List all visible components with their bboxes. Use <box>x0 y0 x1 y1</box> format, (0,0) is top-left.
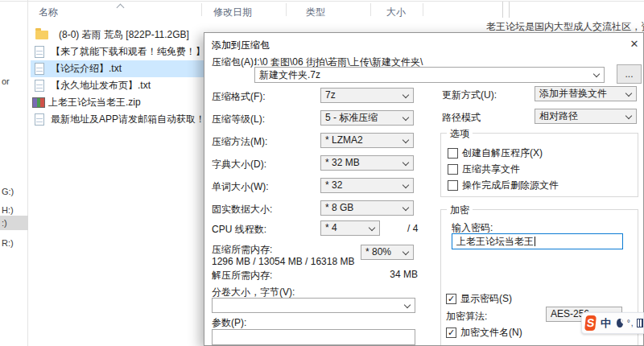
parameters-input[interactable] <box>212 329 415 345</box>
checkbox-icon[interactable] <box>448 180 458 191</box>
folder-icon <box>35 31 48 39</box>
nav-item-drive-g[interactable]: G:) <box>2 187 14 196</box>
dictionary-combo[interactable]: * 32 MB <box>320 155 414 171</box>
sogou-logo-icon[interactable]: S <box>584 315 597 331</box>
chevron-down-icon[interactable] <box>402 159 409 166</box>
word-size-combo[interactable]: * 32 <box>320 178 414 193</box>
encrypt-filenames-checkbox[interactable]: ✓ 加密文件名(N) <box>446 326 522 340</box>
window-top-divider <box>0 1 644 2</box>
file-name: 上老王论坛当老王.zip <box>48 96 141 109</box>
preview-pane-splitter[interactable] <box>509 2 510 18</box>
encryption-legend: 加密 <box>447 204 473 217</box>
text-caret <box>535 237 535 246</box>
cpu-threads-label: CPU 线程数: <box>212 223 266 237</box>
memory-percent-combo[interactable]: * 80% <box>361 245 414 260</box>
chevron-down-icon[interactable] <box>369 224 375 231</box>
nav-item-partial[interactable]: or <box>2 76 10 86</box>
memory-compress-detail: 1296 MB / 13054 MB / 16318 MB <box>212 256 354 267</box>
archive-label: 压缩包(A): <box>212 56 256 69</box>
checkbox-icon[interactable]: ✓ <box>446 327 456 338</box>
solid-block-label: 固实数据大小: <box>212 203 272 216</box>
method-combo[interactable]: * LZMA2 <box>320 133 414 148</box>
memory-decompress-label: 解压所需内存: <box>212 269 272 282</box>
preview-pane-splitter[interactable] <box>502 2 503 18</box>
column-header-date-modified[interactable]: 修改日期 <box>213 6 252 19</box>
volume-size-combo[interactable] <box>212 298 415 313</box>
close-icon[interactable]: ✕ <box>626 36 642 51</box>
chevron-down-icon[interactable] <box>402 204 409 211</box>
text-file-icon <box>35 80 44 92</box>
update-mode-combo[interactable]: 添加并替换文件 <box>535 86 637 101</box>
parameters-label: 参数(P): <box>212 316 246 330</box>
column-divider <box>201 3 202 16</box>
file-name: 【论坛介绍】.txt <box>51 62 122 76</box>
file-name: 【来了就能下载和观看！纯免费！】.txt <box>51 45 218 59</box>
sort-ascending-icon[interactable] <box>117 4 125 12</box>
path-mode-combo[interactable]: 相对路径 <box>535 109 637 124</box>
chevron-down-icon[interactable] <box>593 71 600 77</box>
chinese-mode-icon[interactable]: 中 <box>601 316 611 331</box>
punctuation-icon[interactable]: °, <box>627 319 634 327</box>
chevron-down-icon[interactable] <box>402 114 409 121</box>
nav-item-drive-i[interactable]: :) <box>2 218 7 228</box>
ime-toolbar: S 中 °, <box>581 312 644 334</box>
column-header-size[interactable]: 大小 <box>386 6 406 19</box>
checkbox-icon[interactable] <box>448 148 458 159</box>
checkbox-icon[interactable] <box>448 164 458 175</box>
chevron-down-icon[interactable] <box>402 249 409 255</box>
nav-item-drive-r[interactable]: R:) <box>2 238 14 248</box>
text-file-icon <box>35 63 44 75</box>
preview-pane-text: 老王论坛是国内大型成人交流社区，资 <box>486 20 644 32</box>
text-file-icon <box>35 113 44 126</box>
chevron-down-icon[interactable] <box>625 113 632 119</box>
solid-block-combo[interactable]: * 8 GB <box>320 200 414 216</box>
add-to-archive-dialog: 添加到压缩包 ✕ 压缩包(A): I:\0 套图\06 街拍\若雨\上传\新建文… <box>204 32 644 346</box>
dictionary-label: 字典大小(D): <box>212 158 266 171</box>
encryption-method-label: 加密算法: <box>446 310 487 323</box>
archive-name-combo[interactable]: 新建文件夹.7z <box>254 67 605 83</box>
chevron-down-icon[interactable] <box>402 182 409 188</box>
chevron-down-icon[interactable] <box>404 302 411 308</box>
browse-button[interactable]: ... <box>617 64 642 84</box>
chevron-down-icon[interactable] <box>625 90 632 97</box>
format-combo[interactable]: 7z <box>320 88 414 103</box>
moon-icon[interactable] <box>617 319 623 327</box>
show-password-checkbox[interactable]: ✓ 显示密码(S) <box>446 292 512 306</box>
column-header-type[interactable]: 类型 <box>306 6 325 19</box>
password-input[interactable]: 上老王论坛当老王 <box>452 233 623 249</box>
delete-after-checkbox[interactable]: 操作完成后删除源文件 <box>448 179 559 192</box>
screen: or G:) H:) :) R:) 名称 修改日期 类型 大小 (8-0) 若雨… <box>0 0 644 346</box>
path-mode-label: 路径模式 <box>442 111 481 125</box>
create-sfx-checkbox[interactable]: 创建自解压程序(X) <box>448 146 543 160</box>
word-size-label: 单词大小(W): <box>212 180 269 194</box>
chevron-down-icon[interactable] <box>402 92 409 98</box>
file-name: (8-0) 若雨 荒岛 [822P-11.2GB] <box>59 28 189 42</box>
update-mode-label: 更新方式(U): <box>442 89 497 102</box>
memory-decompress-value: 34 MB <box>369 269 418 280</box>
options-legend: 选项 <box>447 127 473 141</box>
column-divider <box>423 3 423 16</box>
chevron-down-icon[interactable] <box>402 137 409 143</box>
cpu-threads-total: / 4 <box>407 223 418 234</box>
compress-shared-checkbox[interactable]: 压缩共享文件 <box>448 163 520 176</box>
column-divider <box>286 3 287 16</box>
nav-item-drive-h[interactable]: H:) <box>2 205 14 215</box>
format-label: 压缩格式(F): <box>212 90 266 104</box>
checkbox-icon[interactable]: ✓ <box>446 294 456 304</box>
file-name: 【永久地址发布页】.txt <box>51 79 151 93</box>
level-label: 压缩等级(L): <box>212 113 265 126</box>
text-file-icon <box>35 46 44 58</box>
memory-compress-label: 压缩所需内存: <box>212 243 272 257</box>
cpu-threads-combo[interactable]: * 4 <box>320 220 380 236</box>
column-divider <box>370 3 371 16</box>
level-combo[interactable]: 5 - 标准压缩 <box>320 110 414 126</box>
column-header-name[interactable]: 名称 <box>39 6 58 19</box>
nav-pane-divider <box>27 0 28 346</box>
dialog-title: 添加到压缩包 <box>212 39 270 52</box>
zip-archive-icon <box>32 97 45 108</box>
keyboard-icon[interactable] <box>637 319 643 327</box>
method-label: 压缩方法(M): <box>212 135 267 149</box>
